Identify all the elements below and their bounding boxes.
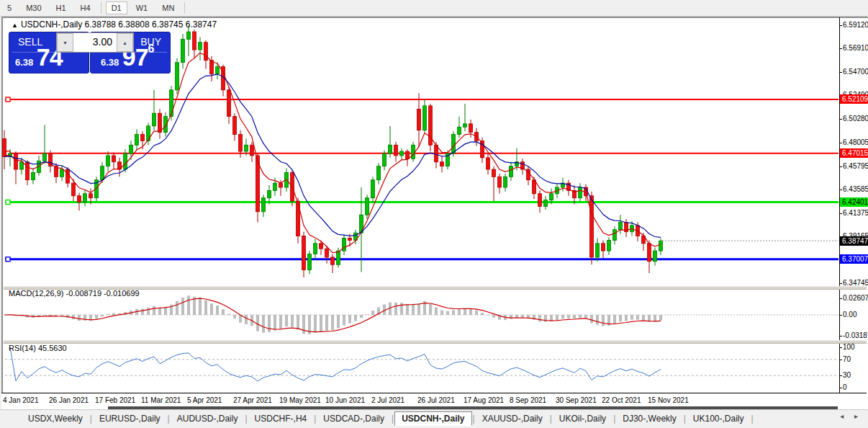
tab-separator: | (684, 414, 686, 424)
rsi-axis-tick: 30 (843, 371, 868, 379)
chart-tab-ukoil[interactable]: UKOil-,Daily (553, 412, 612, 425)
rsi-axis-tickmark (839, 347, 842, 348)
price-axis-tick: 6.41375 (843, 209, 868, 217)
price-axis-tickmark (839, 283, 842, 284)
price-axis-tick: 6.59120 (843, 21, 868, 29)
rsi-axis-tick: 0 (843, 383, 868, 391)
date-axis-label: 10 Jun 2021 (325, 396, 365, 404)
rsi-axis-tick: 100 (843, 343, 868, 351)
tab-separator: | (613, 414, 615, 424)
rsi-axis-tick: 70 (843, 355, 868, 363)
chart-tab-dj30[interactable]: DJ30-,Weekly (616, 412, 682, 425)
pane-separator[interactable] (4, 340, 867, 344)
tab-separator: | (392, 414, 394, 424)
chart-tab-uk100[interactable]: UK100-,Daily (687, 412, 751, 425)
price-axis-tickmark (839, 48, 842, 49)
date-axis-label: 5 Apr 2021 (187, 396, 222, 404)
chart-tab-usdcnh[interactable]: USDCNH-,Daily (394, 411, 471, 426)
date-axis-label: 4 Jan 2021 (3, 396, 39, 404)
macd-axis-tick: -0.03187 (843, 331, 868, 339)
tab-separator: | (90, 414, 92, 424)
current-price-badge: 6.38747 (840, 236, 868, 246)
date-axis: 4 Jan 202126 Jan 202117 Feb 202111 Mar 2… (1, 393, 867, 410)
sell-price-base: 6.38 (15, 57, 33, 68)
date-axis-label: 2 Jul 2021 (371, 396, 404, 404)
tab-scroll-arrows[interactable]: ◂ ▸ (840, 412, 862, 420)
date-axis-label: 30 Sep 2021 (556, 396, 597, 404)
price-axis-tickmark (839, 72, 842, 73)
lot-size-control: ▾ 3.00 ▴ (56, 32, 134, 53)
macd-axis-tickmark (839, 336, 842, 336)
price-axis-tick: 6.48005 (843, 138, 868, 146)
price-axis-tick: 6.45795 (843, 162, 868, 170)
rsi-axis-tickmark (839, 360, 842, 360)
chart-tab-xauusd[interactable]: XAUUSD-,Daily (476, 412, 549, 425)
chart-ohlc-values: 6.38788 6.38808 6.38745 6.38747 (85, 19, 217, 30)
tab-separator: | (473, 414, 475, 424)
price-axis-tickmark (839, 143, 842, 143)
date-axis-label: 22 Oct 2021 (602, 396, 641, 404)
date-axis-label: 19 May 2021 (279, 396, 321, 404)
date-axis-label: 17 Aug 2021 (464, 396, 504, 404)
price-axis-tickmark (839, 190, 842, 190)
chart-title: ▲USDCNH-,Daily 6.38788 6.38808 6.38745 6… (12, 19, 217, 30)
chart-tab-audusd[interactable]: AUDUSD-,Daily (171, 412, 245, 425)
chart-tab-eurusd[interactable]: EURUSD-,Daily (93, 412, 167, 425)
lot-size-input[interactable]: 3.00 (73, 33, 117, 52)
chart-tab-usdchf[interactable]: USDCHF-,H4 (248, 412, 314, 425)
date-axis-label: 8 Sep 2021 (510, 396, 546, 404)
tab-separator: | (550, 414, 552, 424)
macd-axis-tick: 0.00 (843, 311, 868, 318)
chart-symbol-period: USDCNH-,Daily (21, 19, 82, 30)
price-axis-tick: 6.56910 (843, 44, 868, 52)
hline-price-badge: 6.52109 (840, 94, 868, 104)
date-axis-label: 26 Jul 2021 (417, 396, 455, 404)
price-axis-tickmark (839, 213, 842, 214)
rsi-axis-tickmark (839, 375, 842, 376)
date-axis-label: 15 Nov 2021 (648, 396, 689, 404)
hline-price-badge: 6.47015 (840, 148, 868, 158)
tab-separator: | (751, 414, 754, 424)
buy-price-fraction: 6 (148, 43, 155, 55)
chart-tab-usdx[interactable]: USDX,Weekly (22, 412, 89, 425)
hline-price-badge: 6.37007 (840, 254, 868, 264)
price-axis-tick: 6.43585 (843, 185, 868, 193)
date-axis-label: 11 Mar 2021 (141, 396, 181, 404)
collapse-triangle-icon: ▲ (12, 22, 18, 29)
rsi-indicator-label: RSI(14) 45.5630 (9, 344, 67, 352)
price-axis-tickmark (839, 166, 842, 167)
hline-price-badge: 6.42401 (840, 197, 868, 207)
chart-tab-usdcad[interactable]: USDCAD-,Daily (317, 412, 391, 425)
tab-separator: | (245, 414, 247, 424)
price-axis-tickmark (839, 25, 842, 26)
tab-separator: | (168, 414, 170, 424)
date-axis-label: 26 Jan 2021 (49, 396, 89, 404)
lot-increase-button[interactable]: ▴ (117, 33, 133, 52)
buy-price-base: 6.38 (101, 57, 119, 68)
macd-axis-tickmark (839, 298, 842, 299)
tab-separator: | (314, 414, 316, 424)
macd-indicator-label: MACD(12,26,9) -0.008719 -0.010699 (9, 289, 140, 298)
date-axis-label: 27 Apr 2021 (233, 396, 272, 404)
one-click-trading-panel: SELL 6.38 747 BUY 6.38 976 ▾ 3.00 ▴ (9, 32, 170, 73)
date-axis-label: 17 Feb 2021 (95, 396, 135, 404)
price-axis-tickmark (839, 119, 842, 120)
lot-decrease-button[interactable]: ▾ (57, 33, 73, 52)
price-axis-tick: 6.54700 (843, 68, 868, 76)
price-axis-tick: 6.50280 (843, 115, 868, 122)
symbol-tab-bar: USDX,Weekly|EURUSD-,Daily|AUDUSD-,Daily|… (0, 409, 868, 427)
macd-axis-tickmark (839, 315, 842, 316)
rsi-axis-tickmark (839, 388, 842, 388)
macd-axis-tick: 0.02607 (843, 294, 868, 302)
